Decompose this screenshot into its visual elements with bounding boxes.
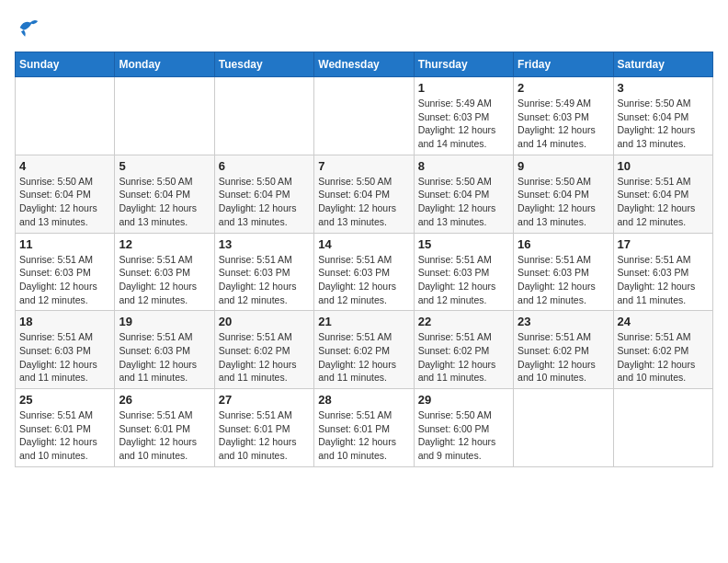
- calendar-header: SundayMondayTuesdayWednesdayThursdayFrid…: [16, 52, 713, 77]
- day-number: 17: [618, 237, 709, 251]
- day-info: Sunrise: 5:50 AMSunset: 6:04 PMDaylight:…: [318, 175, 409, 229]
- calendar-cell: 5Sunrise: 5:50 AMSunset: 6:04 PMDaylight…: [115, 155, 214, 233]
- day-info: Sunrise: 5:51 AMSunset: 6:03 PMDaylight:…: [318, 253, 409, 307]
- day-number: 27: [219, 393, 310, 407]
- day-number: 12: [119, 237, 210, 251]
- calendar-cell: 25Sunrise: 5:51 AMSunset: 6:01 PMDayligh…: [16, 389, 115, 467]
- day-info: Sunrise: 5:51 AMSunset: 6:02 PMDaylight:…: [318, 330, 409, 385]
- calendar-week-2: 4Sunrise: 5:50 AMSunset: 6:04 PMDaylight…: [16, 155, 713, 233]
- calendar-cell: [16, 77, 115, 155]
- calendar-cell: 22Sunrise: 5:51 AMSunset: 6:02 PMDayligh…: [414, 311, 513, 389]
- day-number: 1: [418, 81, 509, 95]
- day-number: 21: [318, 315, 409, 328]
- day-number: 29: [418, 393, 509, 407]
- calendar-table: SundayMondayTuesdayWednesdayThursdayFrid…: [15, 52, 713, 467]
- day-number: 19: [119, 315, 210, 328]
- calendar-cell: 7Sunrise: 5:50 AMSunset: 6:04 PMDaylight…: [314, 155, 414, 233]
- day-info: Sunrise: 5:51 AMSunset: 6:01 PMDaylight:…: [219, 408, 310, 463]
- calendar-cell: 16Sunrise: 5:51 AMSunset: 6:03 PMDayligh…: [514, 233, 613, 311]
- day-number: 18: [19, 315, 110, 328]
- calendar-cell: 24Sunrise: 5:51 AMSunset: 6:02 PMDayligh…: [613, 311, 712, 389]
- day-info: Sunrise: 5:50 AMSunset: 6:04 PMDaylight:…: [618, 97, 709, 151]
- day-info: Sunrise: 5:51 AMSunset: 6:03 PMDaylight:…: [119, 330, 210, 385]
- calendar-week-3: 11Sunrise: 5:51 AMSunset: 6:03 PMDayligh…: [16, 233, 713, 311]
- calendar-cell: 26Sunrise: 5:51 AMSunset: 6:01 PMDayligh…: [115, 389, 214, 467]
- calendar-cell: 14Sunrise: 5:51 AMSunset: 6:03 PMDayligh…: [314, 233, 414, 311]
- day-number: 6: [219, 159, 310, 173]
- day-info: Sunrise: 5:51 AMSunset: 6:03 PMDaylight:…: [418, 253, 509, 307]
- day-info: Sunrise: 5:51 AMSunset: 6:03 PMDaylight:…: [219, 253, 310, 307]
- day-info: Sunrise: 5:50 AMSunset: 6:04 PMDaylight:…: [518, 175, 609, 229]
- day-number: 22: [418, 315, 509, 328]
- calendar-cell: [613, 389, 712, 467]
- day-number: 20: [219, 315, 310, 328]
- weekday-header-wednesday: Wednesday: [314, 52, 414, 77]
- day-info: Sunrise: 5:51 AMSunset: 6:01 PMDaylight:…: [119, 408, 210, 463]
- day-info: Sunrise: 5:50 AMSunset: 6:04 PMDaylight:…: [19, 175, 110, 229]
- calendar-cell: 15Sunrise: 5:51 AMSunset: 6:03 PMDayligh…: [414, 233, 513, 311]
- calendar-cell: 20Sunrise: 5:51 AMSunset: 6:02 PMDayligh…: [214, 311, 313, 389]
- calendar-cell: 23Sunrise: 5:51 AMSunset: 6:02 PMDayligh…: [514, 311, 613, 389]
- day-info: Sunrise: 5:51 AMSunset: 6:03 PMDaylight:…: [518, 253, 609, 307]
- weekday-header-sunday: Sunday: [16, 52, 115, 77]
- day-number: 2: [518, 81, 609, 95]
- day-info: Sunrise: 5:50 AMSunset: 6:04 PMDaylight:…: [219, 175, 310, 229]
- calendar-cell: 9Sunrise: 5:50 AMSunset: 6:04 PMDaylight…: [514, 155, 613, 233]
- day-info: Sunrise: 5:51 AMSunset: 6:03 PMDaylight:…: [119, 253, 210, 307]
- calendar-cell: 19Sunrise: 5:51 AMSunset: 6:03 PMDayligh…: [115, 311, 214, 389]
- weekday-header-saturday: Saturday: [613, 52, 712, 77]
- calendar-cell: 27Sunrise: 5:51 AMSunset: 6:01 PMDayligh…: [214, 389, 313, 467]
- calendar-cell: 3Sunrise: 5:50 AMSunset: 6:04 PMDaylight…: [613, 77, 712, 155]
- day-number: 13: [219, 237, 310, 251]
- calendar-cell: 18Sunrise: 5:51 AMSunset: 6:03 PMDayligh…: [16, 311, 115, 389]
- calendar-cell: 28Sunrise: 5:51 AMSunset: 6:01 PMDayligh…: [314, 389, 414, 467]
- calendar-cell: 21Sunrise: 5:51 AMSunset: 6:02 PMDayligh…: [314, 311, 414, 389]
- day-number: 26: [119, 393, 210, 407]
- weekday-header-monday: Monday: [115, 52, 214, 77]
- page-header: [15, 15, 713, 40]
- day-number: 16: [518, 237, 609, 251]
- calendar-cell: 29Sunrise: 5:50 AMSunset: 6:00 PMDayligh…: [414, 389, 513, 467]
- day-number: 23: [518, 315, 609, 328]
- day-number: 28: [318, 393, 409, 407]
- day-number: 5: [119, 159, 210, 173]
- calendar-cell: 10Sunrise: 5:51 AMSunset: 6:04 PMDayligh…: [613, 155, 712, 233]
- calendar-body: 1Sunrise: 5:49 AMSunset: 6:03 PMDaylight…: [16, 77, 713, 467]
- weekday-header-tuesday: Tuesday: [214, 52, 313, 77]
- day-number: 14: [318, 237, 409, 251]
- calendar-cell: 13Sunrise: 5:51 AMSunset: 6:03 PMDayligh…: [214, 233, 313, 311]
- calendar-cell: 1Sunrise: 5:49 AMSunset: 6:03 PMDaylight…: [414, 77, 513, 155]
- day-number: 8: [418, 159, 509, 173]
- weekday-header-thursday: Thursday: [414, 52, 513, 77]
- weekday-header-friday: Friday: [514, 52, 613, 77]
- calendar-cell: 2Sunrise: 5:49 AMSunset: 6:03 PMDaylight…: [514, 77, 613, 155]
- day-number: 11: [19, 237, 110, 251]
- day-info: Sunrise: 5:51 AMSunset: 6:02 PMDaylight:…: [618, 330, 709, 385]
- calendar-cell: 8Sunrise: 5:50 AMSunset: 6:04 PMDaylight…: [414, 155, 513, 233]
- day-number: 15: [418, 237, 509, 251]
- day-info: Sunrise: 5:49 AMSunset: 6:03 PMDaylight:…: [518, 97, 609, 151]
- day-number: 25: [19, 393, 110, 407]
- day-info: Sunrise: 5:51 AMSunset: 6:02 PMDaylight:…: [418, 330, 509, 385]
- day-info: Sunrise: 5:51 AMSunset: 6:02 PMDaylight:…: [219, 330, 310, 385]
- day-number: 24: [618, 315, 709, 328]
- weekday-header-row: SundayMondayTuesdayWednesdayThursdayFrid…: [16, 52, 713, 77]
- calendar-week-4: 18Sunrise: 5:51 AMSunset: 6:03 PMDayligh…: [16, 311, 713, 389]
- calendar-cell: [314, 77, 414, 155]
- day-info: Sunrise: 5:50 AMSunset: 6:04 PMDaylight:…: [418, 175, 509, 229]
- day-number: 7: [318, 159, 409, 173]
- day-info: Sunrise: 5:50 AMSunset: 6:04 PMDaylight:…: [119, 175, 210, 229]
- day-number: 10: [618, 159, 709, 173]
- day-number: 9: [518, 159, 609, 173]
- day-info: Sunrise: 5:50 AMSunset: 6:00 PMDaylight:…: [418, 408, 509, 463]
- day-info: Sunrise: 5:51 AMSunset: 6:04 PMDaylight:…: [618, 175, 709, 229]
- day-info: Sunrise: 5:51 AMSunset: 6:01 PMDaylight:…: [318, 408, 409, 463]
- calendar-week-1: 1Sunrise: 5:49 AMSunset: 6:03 PMDaylight…: [16, 77, 713, 155]
- day-number: 3: [618, 81, 709, 95]
- day-info: Sunrise: 5:49 AMSunset: 6:03 PMDaylight:…: [418, 97, 509, 151]
- calendar-cell: [214, 77, 313, 155]
- logo: [15, 15, 44, 40]
- calendar-week-5: 25Sunrise: 5:51 AMSunset: 6:01 PMDayligh…: [16, 389, 713, 467]
- day-info: Sunrise: 5:51 AMSunset: 6:02 PMDaylight:…: [518, 330, 609, 385]
- logo-bird-icon: [15, 15, 40, 40]
